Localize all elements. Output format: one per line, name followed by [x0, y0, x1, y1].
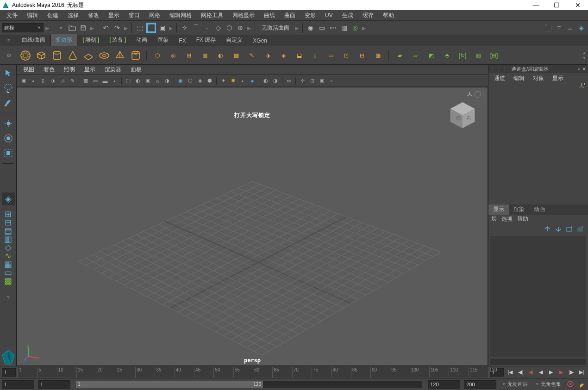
step-back-icon[interactable]: ◀	[526, 368, 535, 377]
shelf-tab-动画[interactable]: 动画	[131, 34, 152, 46]
step-fwd-key-icon[interactable]: |▶	[567, 368, 576, 377]
layout-two-icon[interactable]: ⊟	[5, 219, 12, 226]
uvsnap2-icon[interactable]: ▦	[471, 49, 485, 62]
collapse-arrow-icon[interactable]: ▸	[90, 24, 94, 32]
poly-plane-icon[interactable]	[81, 49, 95, 62]
shelf-tab-自定义[interactable]: 自定义	[221, 34, 248, 46]
layout-single-icon[interactable]: ◈	[2, 192, 15, 205]
platonic-icon[interactable]: ⬡	[150, 49, 164, 62]
maximize-button[interactable]: ☐	[546, 0, 567, 10]
home-icon[interactable]	[475, 91, 481, 98]
textured-icon[interactable]: ▣	[144, 77, 152, 85]
panel-popout-icon[interactable]: ▫	[578, 66, 580, 72]
range-track[interactable]: 1 120	[76, 381, 422, 388]
move-tool-icon[interactable]	[2, 117, 15, 130]
toggle-channel-icon[interactable]: ◈	[576, 23, 586, 33]
combine-icon[interactable]: ◎	[166, 49, 180, 62]
channel-menu-通道[interactable]: 通道	[491, 74, 508, 83]
layer-tab-显示[interactable]: 显示	[488, 204, 509, 215]
menu-显示[interactable]: 显示	[105, 11, 123, 20]
exposure-icon[interactable]: ◐	[262, 77, 270, 85]
sculpt-icon[interactable]: ▰	[393, 49, 407, 62]
mirror-icon[interactable]: ▯	[308, 49, 322, 62]
menu-曲线[interactable]: 曲线	[260, 11, 279, 20]
vp-extra4-icon[interactable]: ▫	[327, 77, 336, 85]
menu-编辑[interactable]: 编辑	[23, 11, 42, 20]
anim-start-field[interactable]: 1	[38, 380, 70, 389]
bookmark-icon[interactable]: ▯	[39, 77, 47, 85]
shelf-tab-雕刻[interactable]: 雕刻	[77, 34, 104, 46]
menu-UV[interactable]: UV	[321, 11, 337, 19]
poly-torus-icon[interactable]	[97, 49, 111, 62]
redo-icon[interactable]: ↷	[112, 23, 122, 33]
vp-extra2-icon[interactable]: ⊡	[308, 77, 316, 85]
isolate-icon[interactable]: ◉	[176, 77, 185, 85]
render-icon[interactable]: ◉	[306, 23, 316, 33]
menu-生成[interactable]: 生成	[338, 11, 357, 20]
collapse-icon[interactable]: ⊟	[355, 49, 369, 62]
snap-plane-icon[interactable]: ◇	[213, 23, 223, 33]
go-start-icon[interactable]: |◀	[506, 368, 515, 377]
collapse-arrow-icon[interactable]: ▸	[169, 24, 173, 32]
select-hierarchy-icon[interactable]: ⬚	[135, 23, 145, 33]
lasso-tool-icon[interactable]	[2, 81, 15, 94]
shelf-settings-icon[interactable]: ⚙	[3, 50, 15, 62]
close-button[interactable]: ✕	[567, 0, 588, 10]
toggle-tool-icon[interactable]: ≣	[565, 23, 575, 33]
boolean-icon[interactable]: ◐	[213, 49, 227, 62]
select-tool-icon[interactable]	[2, 67, 15, 80]
layer-tab-渲染[interactable]: 渲染	[509, 204, 529, 215]
layer-menu-帮助[interactable]: 帮助	[517, 215, 528, 223]
menu-创建[interactable]: 创建	[44, 11, 62, 20]
minimize-button[interactable]: —	[525, 0, 546, 10]
shelf-tab-FX[interactable]: FX	[174, 35, 191, 46]
range-end-field[interactable]: 200	[464, 380, 496, 389]
layer-scrollbar[interactable]	[490, 359, 586, 365]
extrude-icon[interactable]: ⬗	[261, 49, 275, 62]
snap-live-icon[interactable]: ⬡	[224, 23, 234, 33]
dope-icon[interactable]: ▦	[5, 261, 12, 267]
module-selector[interactable]: 建模 ▼	[2, 23, 44, 32]
step-back-key-icon[interactable]: ◀|	[516, 368, 525, 377]
channel-menu-编辑[interactable]: 编辑	[511, 74, 527, 83]
uvsnap-icon[interactable]: [↻]	[456, 49, 469, 62]
grid-icon[interactable]: ▦	[81, 77, 90, 85]
panel-close-icon[interactable]: ✕	[582, 66, 586, 72]
channel-menu-对象[interactable]: 对象	[530, 74, 547, 83]
poly-pipe-icon[interactable]	[129, 49, 143, 62]
snap-toggle-icon[interactable]: ⊕	[235, 23, 245, 33]
snap-point-icon[interactable]: ·	[202, 23, 212, 33]
panel-header[interactable]: ⋮⋮⋮ 通道盒/层编辑器 ▫ ✕	[488, 65, 588, 73]
auto-key-icon[interactable]	[567, 380, 575, 389]
shelf-menu-icon[interactable]: ≡	[3, 35, 15, 46]
layer-new-sel-icon[interactable]: +	[577, 226, 585, 233]
shelf-tab-渲染[interactable]: 渲染	[152, 34, 174, 46]
smooth-icon[interactable]: ▦	[198, 49, 212, 62]
render-settings-icon[interactable]: ▦	[339, 23, 349, 33]
layout-stack-icon[interactable]: ▤	[5, 228, 12, 234]
shelf-tab-装备[interactable]: 装备	[104, 34, 131, 46]
menu-修改[interactable]: 修改	[84, 11, 103, 20]
prefs-icon[interactable]	[578, 380, 586, 389]
menu-选择[interactable]: 选择	[64, 11, 82, 20]
menu-窗口[interactable]: 窗口	[125, 11, 144, 20]
dof-icon[interactable]: •	[238, 77, 247, 85]
xray-joints-icon[interactable]: ◈	[196, 77, 204, 85]
vp-extra-icon[interactable]: ⊹	[298, 77, 307, 85]
gate-mask-icon[interactable]: ▪	[111, 77, 119, 85]
merge-icon[interactable]: ⊡	[339, 49, 353, 62]
shaded-icon[interactable]: ◐	[134, 77, 142, 85]
film-gate-icon[interactable]: ▭	[91, 77, 100, 85]
panel-grip-icon[interactable]: ⋮⋮⋮	[490, 66, 508, 72]
sculpt4-icon[interactable]: ⬘	[440, 49, 454, 62]
camera-select-icon[interactable]: ▣	[19, 77, 28, 85]
menu-网格显示[interactable]: 网格显示	[229, 11, 258, 20]
axis-icon[interactable]	[466, 91, 473, 98]
toggle-panel-icon[interactable]: ⬛	[543, 23, 553, 33]
wireframe-icon[interactable]: ⬚	[124, 77, 132, 85]
vp-extra3-icon[interactable]: ▣	[318, 77, 326, 85]
layout-three-icon[interactable]: ▥	[5, 236, 12, 242]
edge-loop-icon[interactable]: ▭	[324, 49, 338, 62]
menu-帮助[interactable]: 帮助	[379, 11, 398, 20]
save-file-icon[interactable]	[78, 23, 88, 33]
